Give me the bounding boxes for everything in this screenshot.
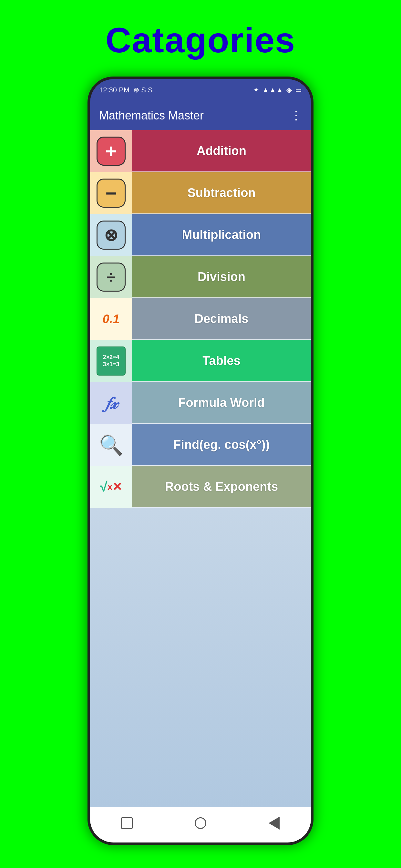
multiplication-icon-box: ⊗: [90, 214, 132, 256]
addition-label: Addition: [197, 144, 246, 158]
multiply-icon: ⊗: [96, 221, 126, 250]
roots-label: Roots & Exponents: [165, 480, 278, 494]
subtraction-button[interactable]: Subtraction: [132, 172, 311, 213]
addition-icon-box: +: [90, 130, 132, 172]
status-app-icons: ⊛ S S: [133, 86, 153, 94]
bluetooth-icon: ✦: [253, 86, 259, 94]
minus-icon: −: [96, 179, 126, 208]
formula-label: Formula World: [178, 396, 265, 410]
more-options-icon[interactable]: ⋮: [290, 109, 302, 122]
tables-label: Tables: [203, 354, 241, 368]
roots-icon-box: √ x ✕: [90, 466, 132, 508]
roots-button[interactable]: Roots & Exponents: [132, 466, 311, 507]
addition-button[interactable]: Addition: [132, 130, 311, 172]
category-row-tables[interactable]: 2×2=43×1=3 Tables: [90, 340, 311, 382]
app-bar-title: Mathematics Master: [99, 109, 204, 122]
status-bar: 12:30 PM ⊛ S S ✦ ▲▲▲ ◈ ▭: [90, 79, 311, 101]
category-row-roots[interactable]: √ x ✕ Roots & Exponents: [90, 466, 311, 508]
category-row-multiplication[interactable]: ⊗ Multiplication: [90, 214, 311, 256]
nav-recents-button[interactable]: [117, 813, 136, 833]
decimals-icon-box: 0.1: [90, 298, 132, 340]
wifi-icon: ◈: [286, 86, 292, 94]
table-icon: 2×2=43×1=3: [96, 346, 126, 376]
content-area: + Addition − Subtraction ⊗ Multiplicatio…: [90, 130, 311, 807]
status-right: ✦ ▲▲▲ ◈ ▭: [253, 86, 302, 94]
tables-icon-box: 2×2=43×1=3: [90, 340, 132, 382]
find-button[interactable]: Find(eg. cos(x°)): [132, 424, 311, 465]
roots-icon: √ x ✕: [100, 479, 122, 495]
subtraction-icon-box: −: [90, 172, 132, 214]
division-label: Division: [197, 270, 245, 284]
nav-bar: [90, 807, 311, 842]
plus-icon: +: [96, 136, 126, 166]
back-icon: [269, 817, 280, 830]
battery-icon: ▭: [295, 86, 302, 94]
formula-icon-box: 𝑓𝓍: [90, 382, 132, 424]
find-icon-box: 🔍: [90, 424, 132, 466]
search-icon: 🔍: [99, 434, 123, 457]
division-icon-box: ÷: [90, 256, 132, 298]
empty-content-area: [90, 508, 311, 807]
nav-back-button[interactable]: [265, 813, 284, 833]
decimal-icon: 0.1: [103, 312, 120, 326]
multiplication-label: Multiplication: [182, 228, 261, 242]
category-row-decimals[interactable]: 0.1 Decimals: [90, 298, 311, 340]
category-row-formula[interactable]: 𝑓𝓍 Formula World: [90, 382, 311, 424]
divide-icon: ÷: [96, 262, 126, 291]
phone-frame: 12:30 PM ⊛ S S ✦ ▲▲▲ ◈ ▭ Mathematics Mas…: [88, 76, 313, 845]
app-bar: Mathematics Master ⋮: [90, 101, 311, 130]
category-row-addition[interactable]: + Addition: [90, 130, 311, 172]
signal-icon: ▲▲▲: [262, 86, 283, 94]
home-icon: [195, 817, 206, 829]
formula-icon: 𝑓𝓍: [105, 393, 117, 413]
find-label: Find(eg. cos(x°)): [174, 438, 270, 452]
decimals-button[interactable]: Decimals: [132, 298, 311, 339]
page-title: Catagories: [105, 20, 296, 60]
status-left: 12:30 PM ⊛ S S: [99, 86, 153, 94]
formula-button[interactable]: Formula World: [132, 382, 311, 423]
division-button[interactable]: Division: [132, 256, 311, 298]
nav-home-button[interactable]: [191, 813, 210, 833]
recents-icon: [121, 817, 133, 829]
status-time: 12:30 PM: [99, 86, 129, 94]
tables-button[interactable]: Tables: [132, 340, 311, 381]
subtraction-label: Subtraction: [187, 186, 255, 200]
category-row-find[interactable]: 🔍 Find(eg. cos(x°)): [90, 424, 311, 466]
category-row-division[interactable]: ÷ Division: [90, 256, 311, 298]
multiplication-button[interactable]: Multiplication: [132, 214, 311, 255]
category-row-subtraction[interactable]: − Subtraction: [90, 172, 311, 214]
decimals-label: Decimals: [195, 312, 249, 326]
